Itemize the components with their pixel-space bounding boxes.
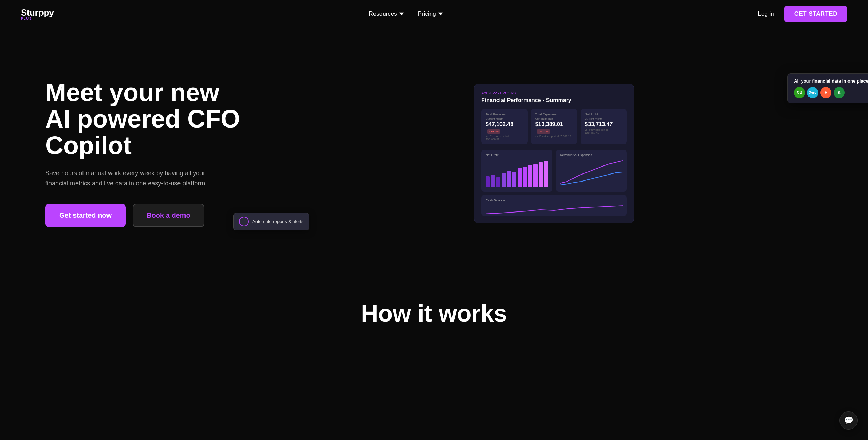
dashboard-card: Apr 2022 - Oct 2023 Financial Performanc… — [474, 84, 634, 223]
nav-pricing[interactable]: Pricing — [418, 10, 443, 17]
integrations-title: All your financial data in one place — [794, 78, 868, 84]
how-it-works-title: How it works — [21, 300, 847, 327]
charts-row: Net Profit Revenue vs. Expenses — [481, 150, 627, 192]
bar-chart-bar — [486, 176, 490, 187]
metric-revenue-sublabel: Current month — [486, 117, 523, 121]
metric-expenses-label: Total Expenses — [535, 113, 573, 116]
bar-chart-bar — [518, 168, 522, 187]
net-profit-chart: Net Profit — [481, 150, 552, 192]
metric-profit: Net Profit Current month $33,713.47 vs. … — [581, 109, 627, 144]
logo[interactable]: Sturppy PLUS — [21, 7, 54, 20]
line-chart-svg — [560, 159, 623, 187]
login-button[interactable]: Log in — [758, 10, 774, 17]
hero-title: Meet your new AI powered CFO Copilot — [45, 79, 247, 159]
metrics-row: Total Revenue Current month $47,102.48 ↑… — [481, 109, 627, 144]
bar-chart-bar — [491, 175, 495, 187]
book-demo-button[interactable]: Book a demo — [133, 204, 204, 227]
bar-chart — [486, 159, 548, 187]
net-profit-chart-label: Net Profit — [486, 153, 548, 157]
metric-profit-label: Net Profit — [585, 113, 623, 116]
quickbooks-icon: QB — [794, 87, 805, 98]
revenue-badge: ↑ 18.4% — [487, 129, 500, 134]
chat-button[interactable]: 💬 — [839, 411, 858, 430]
revenue-expenses-chart: Revenue vs. Expenses — [556, 150, 627, 192]
cashbalance-svg — [486, 203, 623, 216]
hubspot-icon: H — [820, 87, 831, 98]
integrations-icons: QB Xero H S — [794, 87, 868, 98]
bar-chart-bar — [533, 164, 537, 187]
dashboard-title: Financial Performance - Summary — [481, 97, 627, 103]
expenses-badge: ↑ 47.1% — [537, 129, 550, 134]
bar-chart-bar — [528, 165, 532, 187]
metric-expenses-value: $13,389.01 ↑ 47.1% — [535, 121, 573, 134]
xero-icon: Xero — [807, 87, 818, 98]
bar-chart-bar — [502, 173, 506, 187]
bar-chart-bar — [507, 171, 511, 187]
get-started-nav-button[interactable]: GET STARTED — [784, 6, 847, 22]
how-it-works-section: How it works — [0, 272, 868, 341]
alert-text: Automate reports & alerts — [252, 219, 303, 224]
hero-buttons: Get started now Book a demo — [45, 204, 247, 227]
navigation: Sturppy PLUS Resources Pricing Log in GE… — [0, 0, 868, 28]
cashbalance-label: Cash Balance — [486, 199, 623, 202]
metric-profit-value: $33,713.47 — [585, 121, 623, 128]
expenses-prev: vs. Previous period: 7,081.17 — [535, 134, 573, 138]
nav-resources[interactable]: Resources — [369, 10, 404, 17]
nav-center: Resources Pricing — [369, 10, 443, 17]
metric-profit-sublabel: Current month — [585, 117, 623, 121]
logo-badge: PLUS — [21, 17, 54, 20]
metric-revenue: Total Revenue Current month $47,102.48 ↑… — [481, 109, 528, 144]
revenue-expenses-chart-label: Revenue vs. Expenses — [560, 153, 623, 157]
bar-chart-bar — [512, 172, 516, 187]
chat-icon: 💬 — [844, 416, 853, 425]
nav-right: Log in GET STARTED — [758, 6, 847, 22]
metric-expenses-sublabel: Current month — [535, 117, 573, 121]
metric-expenses: Total Expenses Current month $13,389.01 … — [531, 109, 577, 144]
bar-chart-bar — [539, 162, 543, 187]
hero-subtitle: Save hours of manual work every week by … — [45, 168, 212, 188]
hero-right: All your financial data in one place QB … — [261, 84, 847, 223]
bar-chart-bar — [544, 161, 548, 187]
metric-revenue-value: $47,102.48 ↑ 18.4% — [486, 121, 523, 134]
hero-left: Meet your new AI powered CFO Copilot Sav… — [45, 79, 247, 227]
get-started-hero-button[interactable]: Get started now — [45, 204, 126, 227]
bar-chart-bar — [523, 167, 527, 187]
integrations-card: All your financial data in one place QB … — [787, 73, 868, 103]
hero-section: Meet your new AI powered CFO Copilot Sav… — [0, 28, 868, 272]
profit-prev: vs. Previous period: $28,451.41 — [585, 128, 623, 134]
sheets-icon: S — [834, 87, 845, 98]
metric-revenue-label: Total Revenue — [486, 113, 523, 116]
bar-chart-bar — [496, 177, 500, 187]
cashbalance-chart: Cash Balance — [481, 195, 627, 216]
revenue-prev: vs. Previous period: $38,400.51 — [486, 134, 523, 141]
dashboard-date-range: Apr 2022 - Oct 2023 — [481, 91, 627, 95]
